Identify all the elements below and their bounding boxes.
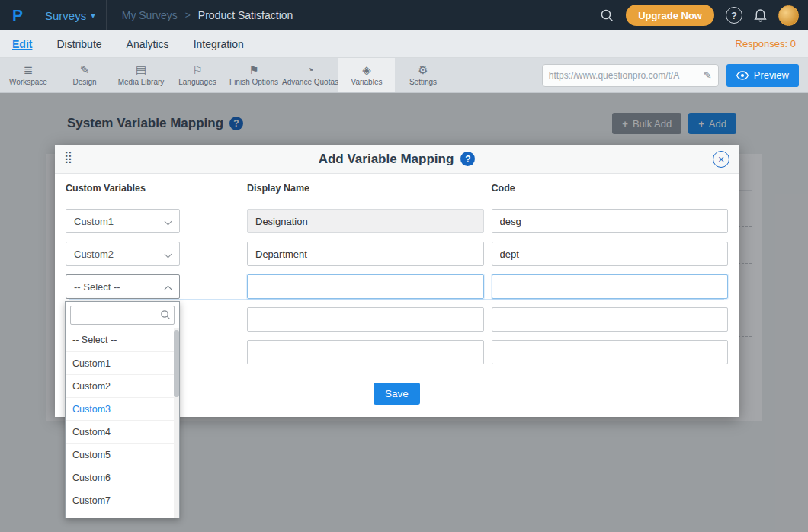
mapping-row-3: -- Select -- bbox=[66, 274, 728, 299]
column-custom-variables: Custom Variables bbox=[66, 183, 239, 194]
topbar: P Surveys ▾ My Surveys > Product Satisfa… bbox=[0, 0, 808, 30]
tab-distribute[interactable]: Distribute bbox=[56, 38, 101, 50]
survey-title: Product Satisfaction bbox=[198, 9, 293, 21]
toolbar-item-variables[interactable]: ◈ Variables bbox=[338, 58, 395, 92]
eye-icon bbox=[736, 71, 749, 80]
languages-icon: ⚐ bbox=[192, 64, 202, 75]
help-icon[interactable]: ? bbox=[726, 7, 742, 24]
design-icon: ✎ bbox=[80, 64, 90, 75]
dropdown-option-custom2[interactable]: Custom2 bbox=[66, 374, 179, 397]
dropdown-option-custom1[interactable]: Custom1 bbox=[66, 351, 179, 374]
breadcrumb-separator: > bbox=[185, 10, 191, 21]
toolbar-item-finish-options[interactable]: ⚑ Finish Options bbox=[226, 58, 282, 92]
bell-icon[interactable] bbox=[754, 8, 767, 23]
display-name-input-2[interactable] bbox=[247, 242, 484, 266]
custom-variable-select-2[interactable]: Custom2 bbox=[66, 242, 180, 266]
custom-variable-select-3[interactable]: -- Select -- bbox=[66, 274, 180, 299]
custom-variable-dropdown: -- Select -- Custom1 Custom2 Custom3 Cus… bbox=[65, 301, 180, 518]
toolbar-item-advance-quotas[interactable]: ◔ Advance Quotas bbox=[282, 58, 338, 92]
topbar-actions: Upgrade Now ? bbox=[600, 5, 799, 26]
chevron-down-icon bbox=[165, 251, 172, 258]
search-icon[interactable] bbox=[600, 8, 614, 23]
dropdown-option-custom4[interactable]: Custom4 bbox=[66, 420, 179, 443]
user-avatar[interactable] bbox=[778, 5, 799, 26]
dropdown-options: -- Select -- Custom1 Custom2 Custom3 Cus… bbox=[66, 328, 179, 511]
save-button[interactable]: Save bbox=[374, 383, 420, 405]
survey-navbar: Edit Distribute Analytics Integration Re… bbox=[0, 30, 808, 58]
dropdown-option-custom6[interactable]: Custom6 bbox=[66, 466, 179, 489]
responses-count: Responses: 0 bbox=[736, 38, 797, 50]
code-input-5[interactable] bbox=[492, 340, 729, 364]
dropdown-scrollbar[interactable] bbox=[174, 328, 179, 518]
display-name-input-4[interactable] bbox=[247, 307, 484, 332]
chevron-down-icon bbox=[165, 218, 172, 226]
mapping-row-1: Custom1 bbox=[66, 209, 728, 233]
toolbar-right: ✎ Preview bbox=[542, 58, 808, 92]
dropdown-option-custom3[interactable]: Custom3 bbox=[66, 397, 179, 420]
survey-url-input[interactable] bbox=[549, 70, 699, 81]
tab-integration[interactable]: Integration bbox=[194, 38, 244, 50]
dropdown-search-input[interactable] bbox=[70, 306, 175, 325]
column-headers: Custom Variables Display Name Code bbox=[66, 183, 728, 200]
pencil-icon[interactable]: ✎ bbox=[704, 69, 712, 81]
toolbar-item-settings[interactable]: ⚙ Settings bbox=[395, 58, 451, 92]
dropdown-option-select[interactable]: -- Select -- bbox=[66, 328, 179, 351]
close-icon[interactable]: × bbox=[713, 151, 729, 168]
dropdown-search bbox=[70, 306, 175, 325]
tab-edit[interactable]: Edit bbox=[12, 38, 32, 50]
mapping-row-2: Custom2 bbox=[66, 242, 728, 266]
column-code: Code bbox=[492, 183, 729, 194]
display-name-input-3[interactable] bbox=[247, 274, 484, 299]
add-variable-mapping-modal: ⣿ Add Variable Mapping ? × Custom Variab… bbox=[55, 145, 739, 417]
advance-quotas-icon: ◔ bbox=[306, 64, 313, 75]
scrollbar-thumb[interactable] bbox=[174, 330, 179, 397]
modal-header: ⣿ Add Variable Mapping ? × bbox=[55, 145, 739, 174]
breadcrumb: My Surveys > Product Satisfaction bbox=[107, 9, 293, 21]
code-input-2[interactable] bbox=[492, 242, 729, 266]
code-input-4[interactable] bbox=[492, 307, 729, 332]
toolbar-item-languages[interactable]: ⚐ Languages bbox=[169, 58, 226, 92]
custom-variable-select-1[interactable]: Custom1 bbox=[66, 209, 180, 233]
code-input-1[interactable] bbox=[492, 209, 729, 233]
questionpro-logo[interactable]: P bbox=[8, 5, 27, 25]
code-input-3[interactable] bbox=[492, 274, 729, 299]
modal-title: Add Variable Mapping bbox=[319, 152, 454, 167]
display-name-input-5[interactable] bbox=[247, 340, 484, 364]
survey-url-box: ✎ bbox=[542, 64, 719, 87]
nav-tabs: Edit Distribute Analytics Integration bbox=[12, 38, 244, 50]
edit-toolbar: ≣ Workspace ✎ Design ▤ Media Library ⚐ L… bbox=[0, 58, 808, 93]
dropdown-option-custom5[interactable]: Custom5 bbox=[66, 443, 179, 466]
logo-glyph: P bbox=[12, 6, 23, 24]
media-library-icon: ▤ bbox=[136, 64, 146, 75]
workspace-icon: ≣ bbox=[24, 64, 34, 75]
drag-handle-icon[interactable]: ⣿ bbox=[64, 150, 71, 164]
finish-options-icon: ⚑ bbox=[248, 64, 258, 75]
settings-gear-icon: ⚙ bbox=[418, 64, 428, 75]
toolbar-item-design[interactable]: ✎ Design bbox=[56, 58, 113, 92]
chevron-up-icon bbox=[165, 286, 172, 293]
upgrade-now-button[interactable]: Upgrade Now bbox=[626, 5, 714, 26]
product-label: Surveys bbox=[45, 9, 86, 22]
variables-icon: ◈ bbox=[362, 64, 371, 75]
toolbar-item-media-library[interactable]: ▤ Media Library bbox=[113, 58, 169, 92]
modal-help-icon[interactable]: ? bbox=[460, 152, 475, 166]
surveys-product-menu[interactable]: Surveys ▾ bbox=[34, 0, 106, 30]
caret-down-icon: ▾ bbox=[91, 11, 95, 21]
page-content: System Variable Mapping ? + Bulk Add + A… bbox=[0, 93, 808, 532]
display-name-input-1[interactable] bbox=[247, 209, 484, 233]
dropdown-option-custom7[interactable]: Custom7 bbox=[66, 489, 179, 511]
preview-button[interactable]: Preview bbox=[726, 64, 799, 87]
column-display-name: Display Name bbox=[247, 183, 484, 194]
magnifier-icon bbox=[160, 309, 171, 320]
breadcrumb-my-surveys[interactable]: My Surveys bbox=[122, 9, 178, 21]
toolbar-item-workspace[interactable]: ≣ Workspace bbox=[0, 58, 56, 92]
tab-analytics[interactable]: Analytics bbox=[127, 38, 169, 50]
